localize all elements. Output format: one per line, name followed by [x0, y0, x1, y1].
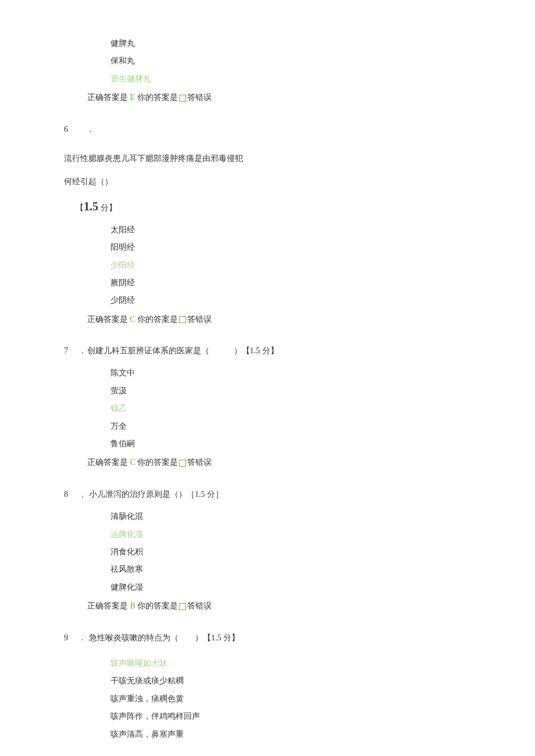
q8-option-e: 健脾化湿: [64, 579, 471, 596]
q6-number: 6.: [64, 108, 471, 146]
q6-option-b: 阳明经: [64, 239, 471, 256]
answer-box-icon: [179, 603, 186, 610]
q9-stem: 急性喉炎咳嗽的特点为（ ）【1.5 分】: [87, 633, 240, 642]
q6-option-e: 少阴经: [64, 292, 471, 309]
q5-correct-letter: E: [130, 93, 135, 102]
q8-feedback-mid: 你的答案是: [135, 601, 179, 610]
q9-num: 9: [64, 632, 81, 644]
q8-num: 8: [64, 488, 81, 501]
q6-dot: .: [90, 125, 92, 134]
q6-num: 6: [64, 123, 81, 136]
q6-option-c: 少阳经: [64, 257, 471, 274]
q5-feedback-prefix: 正确答案是: [87, 93, 130, 102]
q8-option-d: 祛风散寒: [64, 561, 471, 578]
q5-option-d: 保和丸: [64, 52, 471, 70]
q8-correct-letter: B: [130, 601, 135, 610]
q8-feedback: 正确答案是 B 你的答案是答错误: [64, 596, 471, 616]
q7-feedback-tail: 答错误: [187, 458, 212, 467]
q6-feedback-tail: 答错误: [187, 315, 212, 324]
q9-option-c: 咳声重浊，痰稠色黄: [64, 690, 471, 708]
q7-dot: .: [81, 346, 84, 355]
q5-feedback-tail: 答错误: [187, 93, 212, 102]
q6-points-open: 【: [76, 203, 84, 212]
q9-option-a: 咳声嘶哑如犬吠: [64, 651, 471, 672]
q5-feedback: 正确答案是 E 你的答案是答错误: [64, 88, 471, 108]
q7-correct-letter: C: [130, 458, 135, 467]
q5-option-c: 健脾丸: [64, 35, 471, 52]
q7-stem: 创建儿科五脏辨证体系的医家是（ ）【1.5 分】: [87, 346, 279, 355]
exam-page: 健脾丸 保和丸 资生健脾丸 正确答案是 E 你的答案是答错误 6. 流行性腮腺炎…: [0, 0, 535, 756]
q9-option-b: 干咳无痰或痰少粘稠: [64, 672, 471, 690]
q7-option-a: 陈文中: [64, 364, 471, 382]
q7-line: 7.创建儿科五脏辨证体系的医家是（ ）【1.5 分】: [64, 329, 471, 364]
q8-option-a: 清肠化混: [64, 508, 471, 525]
q7-feedback-mid: 你的答案是: [135, 458, 179, 467]
q6-points-close: 】: [109, 203, 117, 212]
q9-line: 9. 急性喉炎咳嗽的特点为（ ）【1.5 分】: [64, 617, 471, 651]
answer-box-icon: [179, 316, 186, 323]
q5-feedback-mid: 你的答案是: [135, 93, 178, 102]
q8-dot: .: [81, 490, 84, 499]
q6-option-a: 太阳经: [64, 221, 471, 239]
q8-feedback-prefix: 正确答案是: [87, 601, 130, 610]
q8-stem: 小儿泄泻的治疗原则是（）［1.5 分］: [87, 490, 224, 499]
q7-feedback-prefix: 正确答案是: [87, 458, 130, 467]
q6-stem-line1: 流行性腮腺炎患儿耳下腮部漫肿疼痛是由邪毒侵犯: [64, 146, 471, 165]
q5-option-e: 资生健脾丸: [64, 70, 471, 88]
q7-option-d: 万全: [64, 418, 471, 435]
q8-option-b: 运脾化湿: [64, 526, 471, 543]
q7-num: 7: [64, 345, 81, 357]
q7-option-b: 萤汲: [64, 382, 471, 400]
q8-feedback-tail: 答错误: [187, 601, 212, 610]
q9-dot: .: [81, 633, 84, 642]
q6-feedback: 正确答案是 C 你的答案是答错误: [64, 310, 471, 329]
q7-option-c: 钱乙: [64, 400, 471, 417]
q7-feedback: 正确答案是 C 你的答案是答错误: [64, 453, 471, 472]
q6-correct-letter: C: [130, 315, 135, 324]
q6-points: 【1.5 分】: [64, 189, 471, 221]
q7-option-e: 鲁伯嗣: [64, 435, 471, 453]
answer-box-icon: [179, 460, 186, 467]
q6-points-unit: 分: [98, 203, 109, 212]
q8-line: 8. 小儿泄泻的治疗原则是（）［1.5 分］: [64, 473, 471, 508]
q6-points-value: 1.5: [84, 200, 98, 213]
q8-option-c: 消食化积: [64, 543, 471, 561]
q9-option-e: 咳声清高，鼻塞声重: [64, 726, 471, 743]
q6-option-d: 厥阴经: [64, 274, 471, 292]
q6-feedback-mid: 你的答案是: [135, 315, 179, 324]
q6-stem-line2: 何经引起（）: [64, 165, 471, 188]
answer-box-icon: [179, 95, 186, 102]
q9-option-d: 咳声阵作，伴鸡鸣样回声: [64, 708, 471, 725]
q6-feedback-prefix: 正确答案是: [87, 315, 130, 324]
